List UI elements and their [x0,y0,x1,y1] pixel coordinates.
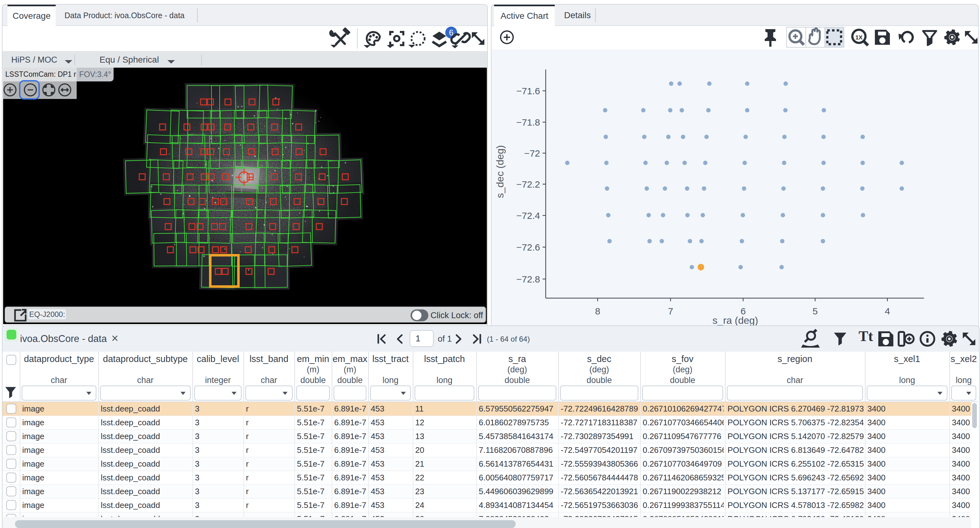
svg-text:−72.2: −72.2 [516,179,540,190]
svg-text:s_ra (deg): s_ra (deg) [713,315,758,326]
svg-text:−71.8: −71.8 [516,117,540,128]
svg-text:7: 7 [668,306,673,316]
svg-text:−71.6: −71.6 [516,86,540,96]
svg-text:4: 4 [885,306,890,316]
svg-text:1X: 1X [855,34,863,41]
svg-text:−72.6: −72.6 [516,242,540,252]
svg-text:Tt: Tt [859,328,873,344]
svg-text:s_dec (deg): s_dec (deg) [495,145,506,198]
svg-text:5: 5 [813,306,818,316]
svg-text:−72: −72 [524,148,540,158]
svg-text:−72.4: −72.4 [516,211,540,221]
svg-text:8: 8 [595,306,600,316]
svg-text:−72.8: −72.8 [516,274,540,284]
